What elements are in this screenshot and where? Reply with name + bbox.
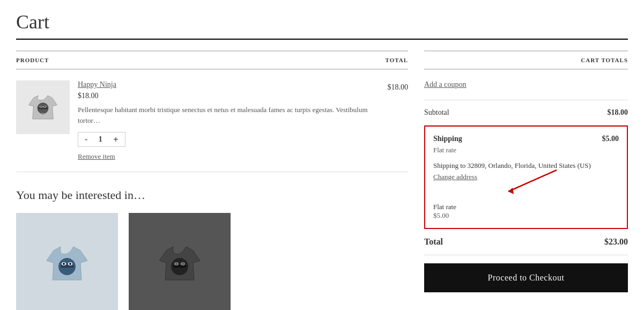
cart-item-row: Happy Ninja $18.00 Pellentesque habitant… [16, 70, 408, 172]
product-card-image-1 [16, 213, 118, 310]
product-card-svg-2 [153, 237, 206, 291]
col-total-header: TOTAL [386, 57, 409, 63]
svg-marker-20 [508, 188, 514, 194]
page-wrapper: Cart PRODUCT TOTAL [0, 0, 644, 310]
svg-rect-1 [38, 107, 48, 109]
cart-table-header: PRODUCT TOTAL [16, 50, 408, 70]
svg-line-19 [508, 170, 557, 191]
product-card-1 [16, 213, 118, 310]
shipping-to-text: Shipping to 32809, Orlando, Florida, Uni… [433, 161, 619, 171]
shipping-box: Shipping $5.00 Flat rate Shipping to 328… [424, 126, 628, 229]
svg-point-17 [175, 263, 177, 265]
quantity-decrease-button[interactable]: - [83, 135, 90, 144]
svg-point-5 [44, 106, 46, 108]
shipping-label: Shipping [433, 135, 462, 143]
page-title: Cart [16, 11, 628, 40]
cart-item-total: $18.00 [376, 80, 408, 92]
checkout-button[interactable]: Proceed to Checkout [424, 263, 628, 292]
product-card-svg-1 [40, 237, 94, 291]
quantity-increase-button[interactable]: + [111, 135, 120, 144]
cart-right: CART TOTALS Add a coupon Subtotal $18.00… [424, 50, 628, 310]
product-card-2 [129, 213, 231, 310]
subtotal-row: Subtotal $18.00 [424, 100, 628, 126]
cart-item-details: Happy Ninja $18.00 Pellentesque habitant… [78, 80, 368, 161]
product-image [16, 80, 70, 134]
product-card-image-2 [129, 213, 231, 310]
product-thumbnail-svg [24, 88, 62, 126]
quantity-control: - 1 + [78, 132, 125, 147]
interested-title: You may be interested in… [16, 188, 408, 202]
flat-rate-option-area: Flat rate $5.00 [433, 203, 619, 220]
total-row: Total $23.00 [424, 229, 628, 255]
arrow-area: Change address [433, 173, 619, 187]
subtotal-value: $18.00 [608, 108, 628, 117]
product-description: Pellentesque habitant morbi tristique se… [78, 105, 368, 126]
product-name-link[interactable]: Happy Ninja [78, 80, 116, 89]
svg-rect-8 [61, 265, 73, 268]
svg-point-4 [40, 106, 42, 108]
interested-section: You may be interested in… [16, 188, 408, 310]
red-arrow-svg [498, 167, 562, 200]
add-coupon-link[interactable]: Add a coupon [424, 80, 467, 88]
change-address-link[interactable]: Change address [433, 173, 477, 181]
flat-rate-option-price: $5.00 [433, 211, 619, 220]
svg-point-12 [69, 263, 71, 265]
cart-left: PRODUCT TOTAL [16, 50, 408, 310]
svg-point-11 [63, 263, 65, 265]
cart-layout: PRODUCT TOTAL [16, 50, 628, 310]
col-product-header: PRODUCT [16, 57, 49, 63]
cart-totals-header: CART TOTALS [424, 50, 628, 70]
svg-point-18 [182, 263, 184, 265]
quantity-value: 1 [95, 135, 106, 144]
remove-item-link[interactable]: Remove item [78, 152, 115, 161]
flat-rate-option: Flat rate [433, 203, 619, 211]
shipping-row-top: Shipping $5.00 [433, 135, 619, 143]
svg-rect-14 [173, 265, 186, 268]
total-label: Total [424, 237, 443, 247]
subtotal-label: Subtotal [424, 108, 449, 117]
shipping-value: $5.00 [602, 135, 619, 143]
flat-rate-label: Flat rate [433, 146, 619, 154]
interested-products [16, 213, 408, 310]
add-coupon-row: Add a coupon [424, 70, 628, 100]
total-value: $23.00 [604, 237, 628, 247]
product-price: $18.00 [78, 92, 368, 100]
